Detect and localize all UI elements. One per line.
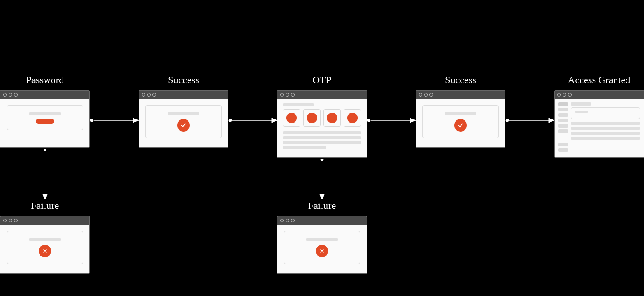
node-otp: OTP (277, 74, 367, 158)
svg-point-15 (321, 159, 323, 161)
svg-point-3 (229, 119, 232, 122)
otp-input-row (283, 109, 361, 127)
arrow-right-icon (505, 118, 554, 123)
password-panel (7, 105, 83, 130)
placeholder-bar (283, 141, 361, 144)
placeholder-bar (283, 103, 314, 106)
placeholder-bar (306, 238, 338, 241)
success-panel (422, 105, 499, 138)
window-mock (0, 90, 90, 148)
node-label: OTP (277, 74, 367, 86)
failure-panel (7, 231, 83, 264)
node-failure-1: Failure (0, 200, 90, 274)
node-label: Access Granted (554, 74, 644, 86)
window-titlebar (416, 91, 505, 99)
otp-digit (303, 109, 321, 127)
node-password: Password (0, 74, 90, 148)
content-mock (571, 102, 640, 154)
window-mock (139, 90, 228, 148)
window-mock (0, 216, 90, 274)
svg-marker-5 (272, 118, 277, 123)
window-mock (554, 90, 644, 158)
arrow-down-dashed-icon (42, 148, 48, 200)
x-icon (39, 245, 51, 257)
node-label: Password (0, 74, 90, 86)
placeholder-bar (283, 146, 326, 149)
svg-marker-14 (43, 194, 47, 200)
node-label: Success (139, 74, 228, 86)
node-success-2: Success (416, 74, 505, 148)
x-icon (316, 245, 328, 257)
otp-panel (277, 99, 367, 157)
placeholder-bar (283, 136, 361, 139)
window-titlebar (277, 91, 367, 99)
svg-marker-8 (410, 118, 416, 123)
placeholder-bar (445, 112, 476, 115)
svg-point-9 (506, 119, 509, 122)
access-panel (555, 99, 644, 157)
otp-digit (283, 109, 300, 127)
placeholder-bar (283, 131, 361, 134)
failure-panel (284, 231, 360, 264)
placeholder-bar (29, 112, 61, 115)
window-titlebar (0, 216, 89, 225)
placeholder-bar (168, 112, 199, 115)
svg-marker-2 (133, 118, 139, 123)
arrow-right-icon (367, 118, 416, 123)
otp-digit (344, 109, 361, 127)
submit-pill (36, 119, 54, 124)
node-label: Failure (0, 200, 90, 212)
success-panel (145, 105, 222, 138)
window-titlebar (277, 216, 367, 225)
window-mock (277, 216, 367, 274)
svg-marker-11 (549, 118, 554, 123)
node-label: Failure (277, 200, 367, 212)
svg-point-0 (90, 119, 93, 122)
svg-point-12 (44, 149, 46, 151)
window-titlebar (0, 91, 89, 99)
window-titlebar (555, 91, 644, 99)
check-icon (454, 119, 467, 132)
arrow-down-dashed-icon (319, 158, 325, 200)
svg-point-6 (367, 119, 370, 122)
arrow-right-icon (90, 118, 139, 123)
sidebar-mock (558, 102, 568, 154)
auth-flow-diagram: Password Success (0, 0, 644, 296)
node-label: Success (416, 74, 505, 86)
placeholder-bar (29, 238, 61, 241)
check-icon (177, 119, 190, 132)
window-mock (416, 90, 505, 148)
otp-digit (323, 109, 341, 127)
arrow-right-icon (228, 118, 277, 123)
node-success-1: Success (139, 74, 228, 148)
node-access-granted: Access Granted (554, 74, 644, 158)
window-mock (277, 90, 367, 158)
window-titlebar (139, 91, 228, 99)
svg-marker-17 (320, 194, 324, 200)
node-failure-2: Failure (277, 200, 367, 274)
